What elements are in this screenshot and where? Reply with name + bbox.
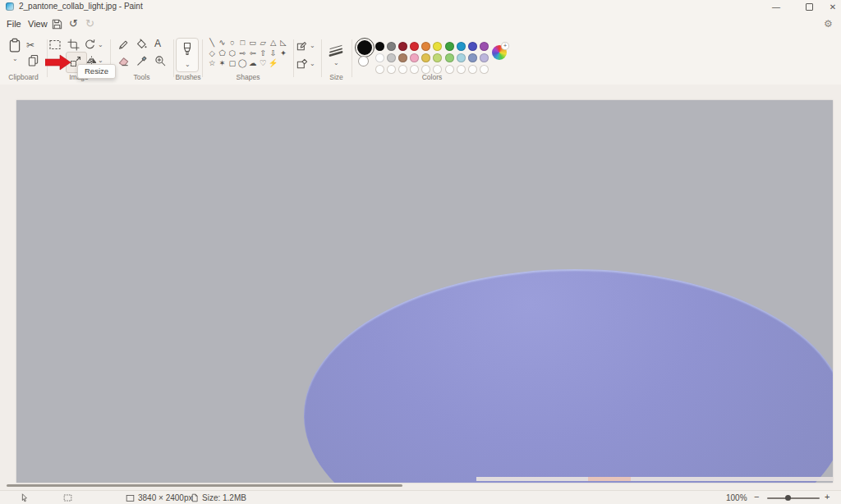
eraser-tool[interactable] [117, 55, 130, 67]
zoom-out-button[interactable]: − [754, 492, 759, 502]
color-swatch[interactable] [457, 65, 466, 74]
minimize-button[interactable]: — [765, 0, 788, 13]
color-picker-tool[interactable] [136, 55, 148, 67]
rotate-button[interactable] [84, 39, 96, 51]
color-swatch[interactable] [398, 42, 407, 51]
canvas[interactable] [16, 100, 833, 483]
color-swatch[interactable] [480, 42, 489, 51]
color-swatch[interactable] [433, 42, 442, 51]
group-label-size: Size [321, 73, 352, 81]
settings-icon[interactable]: ⚙ [824, 18, 833, 30]
maximize-button[interactable] [797, 0, 820, 13]
close-button[interactable]: ✕ [821, 0, 841, 13]
color-swatch[interactable] [480, 65, 489, 74]
shape-button[interactable]: ⬠ [217, 48, 227, 59]
color-swatch[interactable] [480, 53, 489, 62]
shape-fill-chevron[interactable]: ⌄ [310, 61, 315, 67]
color-swatch[interactable] [421, 42, 430, 51]
shape-button[interactable]: ♡ [258, 58, 268, 69]
copy-button[interactable] [27, 54, 39, 67]
paste-dropdown-chevron[interactable]: ⌄ [12, 56, 18, 62]
eyedropper-icon [136, 55, 148, 67]
color-swatch[interactable] [398, 65, 407, 74]
color-swatch[interactable] [375, 53, 384, 62]
shape-button[interactable]: ∿ [217, 38, 227, 48]
color-swatch[interactable] [410, 53, 419, 62]
brushes-button[interactable]: ⌄ [176, 38, 199, 72]
shape-fill-button[interactable] [296, 57, 308, 70]
magnifier-tool[interactable] [154, 55, 167, 67]
rotate-dropdown-chevron[interactable]: ⌄ [98, 42, 103, 48]
shape-button[interactable]: ⇩ [268, 48, 278, 59]
rotate-icon [84, 39, 96, 51]
shape-button[interactable]: ◺ [278, 38, 288, 48]
add-color-icon: + [502, 43, 508, 49]
shape-button[interactable]: ◇ [207, 48, 217, 59]
color-swatch[interactable] [421, 65, 430, 74]
color-swatch[interactable] [433, 65, 442, 74]
shape-button[interactable]: ⇧ [258, 48, 268, 59]
shape-button[interactable]: ◯ [237, 58, 247, 69]
menu-file[interactable]: File [4, 18, 24, 30]
paste-icon [7, 38, 22, 53]
shape-outline-button[interactable] [296, 39, 308, 52]
shape-button[interactable]: ○ [227, 38, 237, 48]
undo-button[interactable]: ↺ [69, 17, 78, 30]
select-button[interactable] [48, 39, 62, 51]
text-tool[interactable]: A [154, 38, 161, 49]
color-swatch[interactable] [387, 42, 396, 51]
menu-bar: File View ↺ ↻ ⚙ [0, 13, 841, 37]
color-swatch[interactable] [410, 65, 419, 74]
shape-button[interactable]: ☆ [207, 58, 217, 69]
shape-button[interactable]: ⇨ [237, 48, 247, 59]
save-button[interactable] [51, 18, 63, 30]
shape-button[interactable]: ⚡ [268, 58, 278, 69]
color-swatch[interactable] [468, 53, 477, 62]
shape-button[interactable]: ☁ [248, 58, 258, 69]
fill-tool[interactable] [136, 39, 148, 51]
background-color-swatch[interactable] [358, 56, 369, 66]
size-button[interactable] [327, 43, 345, 57]
color-swatch[interactable] [445, 65, 454, 74]
menu-view[interactable]: View [25, 18, 50, 30]
color-swatch[interactable] [468, 65, 477, 74]
shape-button[interactable]: ▭ [248, 38, 258, 48]
color-swatch[interactable] [410, 42, 419, 51]
pencil-tool[interactable] [117, 39, 130, 51]
size-dropdown-chevron[interactable]: ⌄ [333, 60, 339, 66]
color-swatch[interactable] [387, 53, 396, 62]
shape-button[interactable]: ✦ [278, 48, 288, 59]
magnifier-icon [154, 55, 167, 67]
shape-outline-chevron[interactable]: ⌄ [310, 43, 315, 49]
color-swatch[interactable] [445, 42, 454, 51]
flip-dropdown-chevron[interactable]: ⌄ [98, 57, 103, 64]
zoom-slider-thumb[interactable] [785, 495, 791, 501]
shape-button[interactable]: ▢ [227, 58, 237, 69]
redo-button[interactable]: ↻ [85, 17, 94, 30]
shape-button[interactable]: △ [268, 38, 278, 48]
color-swatch[interactable] [421, 53, 430, 62]
color-swatch[interactable] [445, 53, 454, 62]
shape-button[interactable]: ▱ [258, 38, 268, 48]
color-swatch[interactable] [398, 53, 407, 62]
shape-button[interactable]: ⇦ [248, 48, 258, 59]
paste-button[interactable] [7, 38, 22, 53]
color-swatch[interactable] [387, 65, 396, 74]
color-swatch[interactable] [375, 65, 384, 74]
color-swatch[interactable] [457, 42, 466, 51]
crop-button[interactable] [67, 39, 80, 51]
shape-button[interactable]: ╲ [207, 38, 217, 48]
horizontal-scrollbar[interactable] [7, 484, 402, 487]
color-swatch[interactable] [375, 42, 384, 51]
color-swatch[interactable] [433, 53, 442, 62]
title-bar: 2_pantone_collab_light.jpg - Paint — ✕ [0, 0, 841, 13]
cut-button[interactable]: ✂ [26, 39, 34, 51]
zoom-in-button[interactable]: + [825, 492, 830, 502]
shape-button[interactable]: ⬡ [227, 48, 237, 59]
color-swatch[interactable] [468, 42, 477, 51]
zoom-slider[interactable] [767, 497, 820, 499]
shape-button[interactable]: □ [237, 38, 247, 48]
shape-button[interactable]: ✶ [217, 58, 227, 69]
color-swatch[interactable] [457, 53, 466, 62]
foreground-color-swatch[interactable] [356, 39, 374, 57]
